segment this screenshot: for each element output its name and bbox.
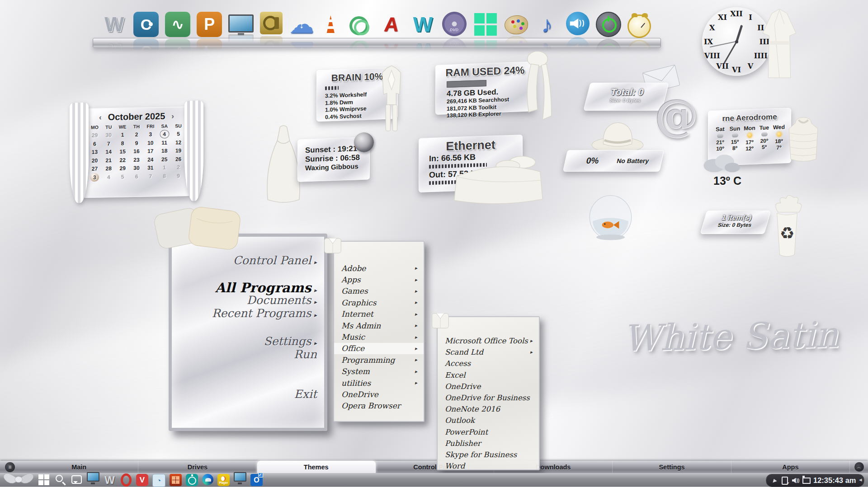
calendar-day[interactable]: 6	[88, 140, 102, 148]
start-button-satin-bow[interactable]	[1, 470, 36, 487]
display-icon[interactable]	[228, 14, 254, 33]
tab-settings[interactable]: Settings	[613, 461, 731, 473]
office-item-powerpoint[interactable]: PowerPoint	[438, 426, 539, 438]
battery-widget[interactable]: 0% No Battery	[563, 150, 664, 172]
office-item-onedrive[interactable]: OneDrive	[438, 381, 539, 392]
calendar-next-button[interactable]: ›	[171, 112, 174, 121]
office-item-microsoft-office-tools[interactable]: Microsoft Office Tools▸	[438, 335, 539, 347]
tray-clock[interactable]: 12:35:43 am	[813, 476, 856, 485]
calendar-day[interactable]: 25	[157, 155, 171, 164]
calendar-day[interactable]: 17	[143, 147, 157, 155]
calendar-day[interactable]: 23	[130, 155, 144, 164]
chat-icon[interactable]	[71, 474, 83, 486]
calendar-day[interactable]: 2	[130, 131, 144, 139]
menu-item-apps[interactable]: Apps▸	[334, 274, 424, 285]
calendar-day[interactable]: 14	[102, 148, 116, 156]
tab-themes[interactable]: Themes	[257, 461, 376, 473]
calendar-day[interactable]: 27	[88, 164, 102, 173]
office-item-word[interactable]: Word	[438, 460, 539, 472]
calendar-day[interactable]: 4	[157, 130, 171, 139]
mail-widget[interactable]: Total: 0 Size: 0 Bytes	[583, 83, 669, 111]
start-item-run[interactable]: Run	[294, 348, 317, 361]
calendar-day[interactable]: 29	[88, 131, 102, 140]
vivaldi-icon[interactable]: V	[136, 474, 148, 486]
menu-item-graphics[interactable]: Graphics▸	[334, 297, 424, 308]
adobe-reader-icon[interactable]	[378, 12, 404, 37]
office-item-skype-for-business[interactable]: Skype for Business	[438, 449, 539, 460]
network-icon[interactable]	[802, 477, 811, 485]
volume-icon[interactable]	[566, 12, 590, 35]
office-item-outlook[interactable]: Outlook	[438, 415, 539, 426]
calendar-day[interactable]: 13	[88, 148, 102, 156]
power-icon[interactable]	[596, 12, 621, 37]
calendar-day[interactable]: 8	[157, 172, 171, 180]
menu-item-internet[interactable]: Internet▸	[334, 309, 424, 320]
tray-overflow-arrow[interactable]: ◂	[859, 476, 862, 483]
office-item-access[interactable]: Access	[438, 358, 539, 369]
calendar-day[interactable]: 9	[171, 172, 185, 180]
tab-drives[interactable]: Drives	[138, 461, 257, 473]
calendar-day[interactable]: 15	[116, 147, 130, 156]
word-silver-icon[interactable]	[102, 12, 127, 37]
calendar-day[interactable]: 2	[171, 163, 185, 172]
menu-item-onedrive[interactable]: OneDrive	[334, 389, 424, 400]
calendar-day[interactable]: 12	[171, 138, 185, 147]
tab-apps[interactable]: Apps	[731, 461, 850, 473]
menu-item-system[interactable]: System▸	[334, 366, 424, 377]
calendar-day[interactable]: 1	[157, 164, 171, 172]
display-blue-icon[interactable]	[87, 472, 99, 482]
calendar-day[interactable]: 30	[130, 164, 144, 173]
cable-tangle-icon[interactable]	[347, 12, 372, 37]
windows-icon[interactable]	[473, 12, 498, 37]
calendar-day[interactable]: 26	[171, 155, 185, 164]
tab-main[interactable]: Main	[20, 461, 138, 473]
word-silver-icon[interactable]: W	[104, 474, 116, 486]
windows-start-icon[interactable]	[38, 474, 50, 486]
menu-item-utilities[interactable]: utilities▸	[334, 377, 424, 389]
calendar-day[interactable]: 29	[116, 164, 130, 173]
calendar-day[interactable]: 24	[143, 155, 157, 164]
charts-icon[interactable]: ◔	[152, 474, 165, 487]
stopwatch-icon[interactable]	[186, 474, 198, 486]
display-blue2-icon[interactable]	[234, 472, 246, 482]
menu-item-opera-browser[interactable]: Opera Browser	[334, 400, 424, 412]
calendar-day[interactable]: 18	[157, 147, 171, 155]
calendar-day[interactable]: 9	[130, 139, 144, 147]
vlc-icon[interactable]	[321, 15, 340, 35]
p-app-icon[interactable]	[197, 12, 222, 37]
start-item-control-panel[interactable]: Control Panel▸	[233, 254, 317, 267]
cpu-widget[interactable]: BRAIN 10% 3.2% Workshelf1.8% Dwm1.0% Wmi…	[316, 67, 398, 122]
calendar-day[interactable]: 19	[171, 146, 185, 155]
office-item-onedrive-for-business[interactable]: OneDrive for Business	[438, 392, 539, 403]
start-item-documents[interactable]: Documents▸	[247, 294, 317, 307]
office-item-excel[interactable]: Excel	[438, 370, 539, 381]
office-item-publisher[interactable]: Publisher	[438, 438, 539, 449]
weather-widget[interactable]: rne Aerodrome Sat21º10ºSun15º8ºMon17º12º…	[708, 108, 791, 166]
programs-submenu-panel[interactable]: Adobe▸Apps▸Games▸Graphics▸Internet▸Ms Ad…	[333, 241, 425, 422]
calendar-day[interactable]: 6	[130, 172, 144, 181]
tray-volume-icon[interactable]	[792, 477, 800, 485]
calendar-day[interactable]: 5	[116, 173, 130, 181]
recycle-trash-image[interactable]: ♻	[764, 192, 810, 262]
calendar-day[interactable]: 10	[143, 139, 157, 147]
cubase-icon[interactable]	[133, 12, 159, 37]
paint-palette-icon[interactable]	[505, 15, 528, 34]
recycle-bin-widget[interactable]: 1 item(s) Size: 0 Bytes	[700, 211, 771, 234]
calendar-day[interactable]: 20	[88, 156, 102, 165]
opera-icon[interactable]	[120, 474, 132, 486]
start-item-recent-programs[interactable]: Recent Programs▸	[212, 307, 317, 320]
calendar-day[interactable]: 16	[130, 147, 144, 156]
player-icon[interactable]: Player	[217, 474, 230, 486]
word-teal-icon[interactable]	[410, 12, 435, 37]
office-item-onenote-2016[interactable]: OneNote 2016	[438, 403, 539, 415]
office-orange-icon[interactable]	[170, 474, 182, 486]
menu-item-games[interactable]: Games▸	[334, 286, 424, 297]
menu-item-programming[interactable]: Programming▸	[334, 354, 424, 365]
start-item-settings[interactable]: Settings▸	[264, 335, 317, 348]
calendar-widget[interactable]: ‹ October 2025 › MOTUWETHFRISASU 2930123…	[83, 107, 190, 198]
usb-icon[interactable]	[781, 477, 789, 485]
edge-icon[interactable]	[202, 474, 213, 485]
calendar-day[interactable]: 5	[171, 130, 185, 138]
network-widget[interactable]: Ethernet In: 66.56 KB Out: 57.53 KB	[419, 135, 523, 192]
calendar-day[interactable]: 8	[116, 139, 130, 148]
